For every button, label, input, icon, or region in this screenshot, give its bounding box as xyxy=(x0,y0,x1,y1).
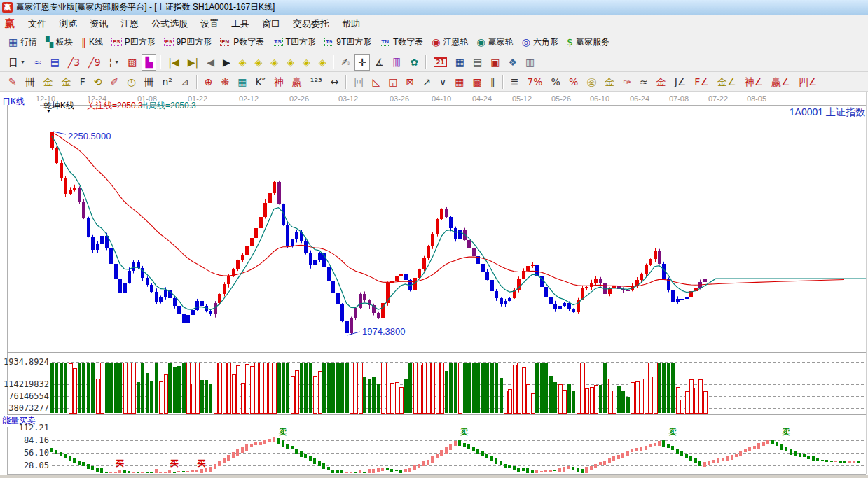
toolbar-button-angle-tool[interactable]: ∡ xyxy=(371,54,387,71)
toolbar-button-fit-screen[interactable]: ◈ xyxy=(315,54,330,71)
toolbar-button-kline[interactable]: ‖K线 xyxy=(78,34,106,50)
toolbar-button-shen-grid[interactable]: 神 xyxy=(270,73,287,90)
toolbar-button-price-scale[interactable]: ≣ xyxy=(507,73,523,90)
toolbar-button-fan-lines[interactable]: ◺ xyxy=(368,73,383,90)
toolbar-button-trend-arrows[interactable]: ↗ xyxy=(419,73,434,90)
toolbar-button-9p-square[interactable]: P99P四方形 xyxy=(160,34,215,50)
toolbar-button-compress-horizontal[interactable]: ◈ xyxy=(283,54,298,71)
toolbar-button-wave-9[interactable]: ╱9 xyxy=(85,54,104,71)
toolbar-button-h-measure[interactable]: ↔ xyxy=(327,73,343,90)
toolbar-button-shen-angle[interactable]: 神∠ xyxy=(741,73,767,90)
toolbar-button-ruler-123[interactable]: ¹²³ xyxy=(307,73,326,90)
toolbar-button-angle-measure[interactable]: ⊿ xyxy=(177,73,193,90)
toolbar-button-winner-wheel[interactable]: ◉赢家轮 xyxy=(474,34,517,50)
toolbar-button-rect-select[interactable]: 回 xyxy=(350,73,367,90)
toolbar-button-gann-wheel[interactable]: ◉江恩轮 xyxy=(428,34,471,50)
toolbar-button-gann-fence[interactable]: 卌 xyxy=(22,73,39,90)
toolbar-button-save[interactable]: ▣ xyxy=(487,54,503,71)
toolbar-button-period-selector[interactable]: 日▼ xyxy=(5,54,29,71)
chart-region[interactable]: 日K线 乾坤K线 ▼ 关注线=2050.3 出局线=2050.3 1A0001 … xyxy=(0,92,868,475)
toolbar-button-gold-circle[interactable]: ㊎ xyxy=(583,73,600,90)
menu-item-设置[interactable]: 设置 xyxy=(194,16,225,31)
menu-item-工具[interactable]: 工具 xyxy=(225,16,256,31)
toolbar-button-prev-page[interactable]: ◀ xyxy=(203,54,218,71)
menu-item-交易委托[interactable]: 交易委托 xyxy=(287,16,336,31)
toolbar-button-qiankun-pattern[interactable]: ▨ xyxy=(124,54,140,71)
toolbar-button-t-number-table[interactable]: TNT数字表 xyxy=(376,34,427,50)
toolbar-button-red-grid[interactable]: ▦ xyxy=(451,73,467,90)
toolbar-button-crosshair[interactable]: ✛ xyxy=(354,54,370,71)
toolbar-button-percent[interactable]: % xyxy=(548,73,564,90)
toolbar-button-ying-grid[interactable]: 赢 xyxy=(289,73,305,90)
toolbar-button-fib-grid[interactable]: F xyxy=(76,73,89,90)
toolbar-button-network[interactable]: ❖ xyxy=(504,54,521,71)
toolbar-button-next-page[interactable]: ▶ xyxy=(219,54,234,71)
toolbar-button-red-grid-box[interactable]: ▩ xyxy=(469,73,485,90)
menu-item-浏览[interactable]: 浏览 xyxy=(53,16,83,31)
toolbar-button-v-lines[interactable]: ∨ xyxy=(436,73,450,90)
toolbar-button-volume-profile[interactable]: ▙ xyxy=(142,54,156,71)
toolbar-button-ying-angle[interactable]: 赢∠ xyxy=(768,73,794,90)
toolbar-button-box-diagonal[interactable]: ⊠ xyxy=(402,73,418,90)
menu-item-文件[interactable]: 文件 xyxy=(22,16,53,31)
toolbar-button-zoom-left[interactable]: ◈ xyxy=(235,54,250,71)
toolbar-button-spiral[interactable]: ⟲ xyxy=(90,73,106,90)
toolbar-button-p-number-table[interactable]: PNP数字表 xyxy=(216,34,268,50)
menu-item-江恩[interactable]: 江恩 xyxy=(114,16,145,31)
toolbar-button-circle-cross[interactable]: ⊕ xyxy=(201,73,216,90)
toolbar-button-pan-hand[interactable]: ✍ xyxy=(338,54,353,71)
toolbar-button-p-square[interactable]: PSP四方形 xyxy=(108,34,159,50)
9t-square-icon: T9 xyxy=(324,38,333,46)
toolbar-button-wave-3[interactable]: ╱3 xyxy=(64,54,83,71)
toolbar-button-9t-square[interactable]: T99T四方形 xyxy=(321,34,375,50)
toolbar-button-f10-info[interactable]: ▤ xyxy=(47,54,63,71)
toolbar-button-hexagon[interactable]: ◎六角形 xyxy=(518,34,562,50)
toolbar-button-n-square[interactable]: n² xyxy=(158,73,176,90)
toolbar-button-f-angle[interactable]: F∠ xyxy=(691,73,712,90)
menu-item-帮助[interactable]: 帮助 xyxy=(336,16,366,31)
toolbar-button-calendar[interactable]: 21 xyxy=(430,54,450,71)
toolbar-button-gann-box-tool[interactable]: 冊 xyxy=(389,54,406,71)
toolbar-button-wave-tool[interactable]: ✿ xyxy=(407,54,422,71)
toolbar-button-parallel-lines[interactable]: ∥ xyxy=(487,73,499,90)
toolbar-button-zoom-right[interactable]: ◈ xyxy=(252,54,266,71)
toolbar-button-notes[interactable]: ▤ xyxy=(469,54,485,71)
kline-type-dropdown-icon[interactable]: ▼ xyxy=(46,108,51,113)
gann-box-tool-icon: 冊 xyxy=(392,57,402,67)
toolbar-button-four-angle[interactable]: 四∠ xyxy=(795,73,821,90)
toolbar-button-calculator[interactable]: ▦ xyxy=(452,54,468,71)
toolbar-button-circle-360[interactable]: ◷ xyxy=(123,73,139,90)
toolbar-button-candle-style[interactable]: ¦▼ xyxy=(106,54,123,71)
toolbar-button-winner-service[interactable]: $赢家服务 xyxy=(563,34,613,50)
menu-item-公式选股[interactable]: 公式选股 xyxy=(145,16,194,31)
toolbar-button-pen-measure[interactable]: ✐ xyxy=(107,73,123,90)
toolbar-button-fan-box[interactable]: ◱ xyxy=(385,73,401,90)
toolbar-button-t-square[interactable]: TST四方形 xyxy=(269,34,319,50)
menu-item-窗口[interactable]: 窗口 xyxy=(256,16,287,31)
toolbar-button-k-mark[interactable]: K″ xyxy=(252,73,268,90)
toolbar-button-spider-web[interactable]: ❋ xyxy=(217,73,233,90)
toolbar-button-expand-horizontal[interactable]: ◈ xyxy=(267,54,282,71)
toolbar-button-web-grid[interactable]: ▦ xyxy=(234,73,250,90)
toolbar-button-gold-grid-2[interactable]: 金 xyxy=(58,73,75,90)
toolbar-button-pen[interactable]: ✎ xyxy=(5,73,20,90)
toolbar-button-print[interactable]: ▥ xyxy=(522,54,538,71)
toolbar-button-gold-angle[interactable]: 金∠ xyxy=(714,73,740,90)
toolbar-button-trend-chart[interactable]: ≈ xyxy=(30,54,46,71)
toolbar-button-percent-under[interactable]: % xyxy=(565,73,581,90)
toolbar-button-gold-red[interactable]: 金 xyxy=(653,73,670,90)
toolbar-button-last-page[interactable]: ▶| xyxy=(184,54,202,71)
toolbar-button-fence-2[interactable]: 卌 xyxy=(140,73,157,90)
toolbar-button-gold-under[interactable]: 金 xyxy=(601,73,618,90)
toolbar-button-sectors[interactable]: ▚板块 xyxy=(42,34,76,50)
toolbar-button-gold-grid-1[interactable]: 金 xyxy=(40,73,57,90)
brush-icon: ✑ xyxy=(623,77,631,87)
toolbar-button-expand-all[interactable]: ◈ xyxy=(299,54,314,71)
toolbar-button-brush[interactable]: ✑ xyxy=(619,73,635,90)
toolbar-button-quotes[interactable]: ▦行情 xyxy=(5,34,41,50)
menu-item-资讯[interactable]: 资讯 xyxy=(83,16,114,31)
toolbar-button-first-page[interactable]: |◀ xyxy=(165,54,182,71)
toolbar-button-percent-line[interactable]: 7% xyxy=(523,73,546,90)
toolbar-button-j-angle[interactable]: J∠ xyxy=(671,73,690,90)
toolbar-button-double-wave[interactable]: ≈ xyxy=(636,73,652,90)
